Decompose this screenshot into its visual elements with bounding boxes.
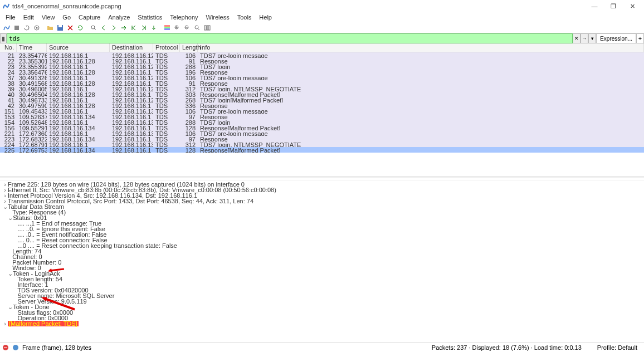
packet-row[interactable]: 3830.491568192.168.116.128192.168.116.1T… bbox=[0, 80, 644, 86]
menu-capture[interactable]: Capture bbox=[75, 13, 104, 21]
col-source[interactable]: Source bbox=[47, 43, 110, 52]
filter-clear-button[interactable]: ✕ bbox=[573, 33, 580, 43]
menu-help[interactable]: Help bbox=[256, 13, 275, 21]
last-icon[interactable] bbox=[139, 23, 148, 32]
packet-row[interactable]: 156109.552917192.168.116.134192.168.116.… bbox=[0, 125, 644, 130]
statusbar: Frame (frame), 128 bytes Packets: 237 · … bbox=[0, 342, 644, 352]
filter-history-button[interactable]: ▾ bbox=[588, 33, 596, 43]
status-left: Frame (frame), 128 bytes bbox=[22, 344, 421, 351]
menu-wireless[interactable]: Wireless bbox=[203, 13, 233, 21]
col-destination[interactable]: Destination bbox=[110, 43, 153, 52]
packet-row[interactable]: 4230.497590192.168.116.128192.168.116.1T… bbox=[0, 102, 644, 108]
start-capture-icon[interactable] bbox=[2, 23, 11, 32]
prev-icon[interactable] bbox=[99, 23, 108, 32]
next-icon[interactable] bbox=[109, 23, 118, 32]
col-info[interactable]: Info bbox=[198, 43, 644, 52]
svg-point-16 bbox=[13, 345, 18, 350]
status-profile[interactable]: Profile: Default bbox=[593, 344, 642, 351]
col-protocol[interactable]: Protocol bbox=[153, 43, 180, 52]
find-icon[interactable] bbox=[89, 23, 98, 32]
menu-statistics[interactable]: Statistics bbox=[134, 13, 165, 21]
titlebar: tds4_oncenormal_sonraunicode.pcapng — ❐ … bbox=[0, 0, 644, 12]
menu-file[interactable]: File bbox=[2, 13, 19, 21]
expert-info-icon[interactable] bbox=[12, 344, 20, 351]
toolbar bbox=[0, 22, 644, 33]
svg-rect-12 bbox=[204, 26, 206, 30]
first-icon[interactable] bbox=[129, 23, 138, 32]
packet-row[interactable]: 2323.355392192.168.116.1192.168.116.128T… bbox=[0, 63, 644, 69]
svg-rect-13 bbox=[207, 26, 208, 30]
zoom-in-icon[interactable] bbox=[173, 23, 182, 32]
autoscroll-icon[interactable] bbox=[149, 23, 158, 32]
open-file-icon[interactable] bbox=[46, 23, 55, 32]
packet-row[interactable]: 3930.496005192.168.116.1192.168.116.128T… bbox=[0, 86, 644, 91]
filter-apply-button[interactable]: → bbox=[580, 33, 588, 43]
packet-row[interactable]: 221172.673601192.168.116.1192.168.116.13… bbox=[0, 130, 644, 136]
close-file-icon[interactable] bbox=[66, 23, 75, 32]
menubar: FileEditViewGoCaptureAnalyzeStatisticsTe… bbox=[0, 12, 644, 22]
restart-capture-icon[interactable] bbox=[22, 23, 31, 32]
menu-go[interactable]: Go bbox=[59, 13, 74, 21]
packet-row[interactable]: 151109.454335192.168.116.1192.168.116.13… bbox=[0, 108, 644, 114]
svg-rect-8 bbox=[164, 28, 170, 30]
col-no[interactable]: No. bbox=[0, 43, 17, 52]
packet-row[interactable]: 223172.683224192.168.116.134192.168.116.… bbox=[0, 136, 644, 141]
packet-row[interactable]: 153109.526371192.168.116.134192.168.116.… bbox=[0, 114, 644, 119]
menu-edit[interactable]: Edit bbox=[20, 13, 37, 21]
add-filter-button[interactable]: + bbox=[636, 33, 644, 43]
save-file-icon[interactable] bbox=[56, 23, 65, 32]
display-filter-input[interactable] bbox=[7, 33, 573, 43]
svg-point-2 bbox=[36, 27, 38, 28]
expression-button[interactable]: Expression... bbox=[596, 33, 636, 43]
minimize-button[interactable]: — bbox=[585, 0, 604, 12]
col-length[interactable]: Length bbox=[180, 43, 198, 52]
goto-icon[interactable] bbox=[119, 23, 128, 32]
filter-row: ▮ ✕ → ▾ Expression... + bbox=[0, 33, 644, 43]
menu-telephony[interactable]: Telephony bbox=[167, 13, 201, 21]
zoom-out-icon[interactable] bbox=[183, 23, 192, 32]
detail-s5[interactable]: ...0 .... = Reset connection keeping tra… bbox=[18, 242, 177, 249]
colorize-icon[interactable] bbox=[163, 23, 172, 32]
maximize-button[interactable]: ❐ bbox=[604, 0, 623, 12]
app-icon bbox=[2, 2, 10, 10]
packet-row[interactable]: 4130.496733192.168.116.1192.168.116.128T… bbox=[0, 97, 644, 102]
filter-bookmark-icon[interactable]: ▮ bbox=[0, 33, 7, 43]
packet-row[interactable]: 3730.491326192.168.116.1192.168.116.128T… bbox=[0, 75, 644, 80]
packet-list-body[interactable]: 2123.354776192.168.116.1192.168.116.128T… bbox=[0, 52, 644, 177]
packet-row[interactable]: 4030.496504192.168.116.128192.168.116.1T… bbox=[0, 91, 644, 97]
options-icon[interactable] bbox=[32, 23, 41, 32]
packet-list-pane: No. Time Source Destination Protocol Len… bbox=[0, 43, 644, 177]
stop-capture-icon[interactable] bbox=[12, 23, 21, 32]
svg-rect-14 bbox=[208, 26, 210, 30]
reload-icon[interactable] bbox=[76, 23, 85, 32]
close-button[interactable]: ✕ bbox=[623, 0, 642, 12]
packet-row[interactable]: 154109.526482192.168.116.1192.168.116.13… bbox=[0, 119, 644, 125]
error-indicator-icon[interactable] bbox=[2, 344, 10, 351]
window-title: tds4_oncenormal_sonraunicode.pcapng bbox=[12, 3, 585, 9]
svg-rect-7 bbox=[164, 27, 170, 28]
svg-rect-4 bbox=[58, 25, 62, 27]
packet-row[interactable]: 2423.356476192.168.116.128192.168.116.1T… bbox=[0, 69, 644, 75]
zoom-reset-icon[interactable] bbox=[193, 23, 202, 32]
svg-rect-6 bbox=[164, 25, 170, 27]
packet-row[interactable]: 225172.697530192.168.116.134192.168.116.… bbox=[0, 147, 644, 153]
menu-view[interactable]: View bbox=[38, 13, 58, 21]
col-time[interactable]: Time bbox=[17, 43, 47, 52]
packet-row[interactable]: 2223.355301192.168.116.128192.168.116.1T… bbox=[0, 58, 644, 63]
detail-malformed[interactable]: [Malformed Packet: TDS] bbox=[8, 321, 79, 326]
packet-row[interactable]: 224172.687912192.168.116.1192.168.116.13… bbox=[0, 141, 644, 147]
status-packets: Packets: 237 · Displayed: 18 (7.6%) · Lo… bbox=[421, 344, 593, 351]
packet-detail-pane[interactable]: ›Frame 225: 128 bytes on wire (1024 bits… bbox=[0, 180, 644, 342]
packet-row[interactable]: 2123.354776192.168.116.1192.168.116.128T… bbox=[0, 52, 644, 58]
resize-cols-icon[interactable] bbox=[203, 23, 212, 32]
packet-list-header: No. Time Source Destination Protocol Len… bbox=[0, 43, 644, 52]
menu-analyze[interactable]: Analyze bbox=[105, 13, 133, 21]
menu-tools[interactable]: Tools bbox=[234, 13, 255, 21]
svg-rect-0 bbox=[14, 26, 19, 30]
expand-toggle[interactable]: › bbox=[2, 321, 8, 326]
